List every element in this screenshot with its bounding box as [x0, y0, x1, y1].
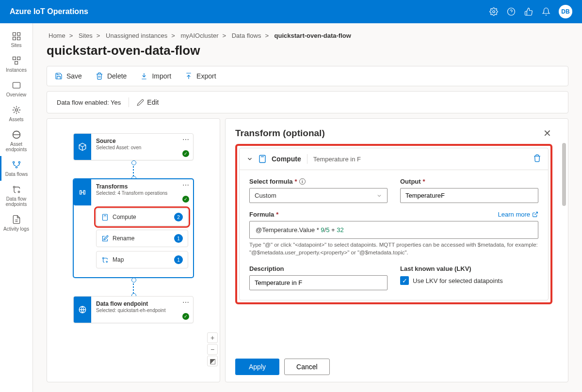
svg-rect-25 [259, 156, 265, 163]
svg-point-1 [508, 8, 515, 16]
feedback-icon[interactable] [524, 7, 534, 16]
delete-icon[interactable] [533, 154, 541, 164]
node-subtitle: Selected: quickstart-eh-endpoint [96, 308, 188, 313]
zoom-in-button[interactable]: + [207, 332, 218, 343]
svg-rect-4 [17, 57, 20, 60]
formula-select[interactable]: Custom [249, 188, 388, 203]
sidebar-item-asset-endpoints[interactable]: Asset endpoints [0, 126, 32, 156]
check-icon: ✓ [182, 196, 189, 203]
count-badge: 1 [174, 234, 183, 243]
count-badge: 2 [174, 213, 183, 221]
status-label: Data flow enabled: Yes [57, 99, 121, 106]
svg-point-11 [16, 166, 17, 168]
description-input[interactable] [249, 275, 388, 290]
svg-line-27 [534, 212, 537, 215]
node-subtitle: Selected: 4 Transform operations [96, 190, 188, 196]
scrollbar-thumb[interactable] [562, 143, 566, 206]
cancel-button[interactable]: Cancel [284, 359, 330, 375]
svg-rect-6 [13, 82, 20, 88]
sidebar-item-data-flow-endpoints[interactable]: Data flow endpoints [0, 181, 32, 211]
sidebar-item-assets[interactable]: Assets [0, 101, 32, 126]
svg-point-9 [13, 161, 15, 163]
chevron-down-icon[interactable] [246, 156, 253, 162]
apply-button[interactable]: Apply [235, 359, 279, 375]
svg-point-23 [106, 261, 108, 263]
formula-hint: Type "@" or click "<datapoint>" to selec… [249, 241, 538, 256]
export-button[interactable]: Export [185, 72, 216, 80]
fit-button[interactable]: ◩ [207, 356, 218, 366]
svg-point-0 [493, 11, 495, 13]
source-node[interactable]: Source Selected Asset: oven ⋯ ✓ [73, 133, 194, 160]
import-button[interactable]: Import [140, 72, 171, 80]
info-icon[interactable]: i [299, 178, 306, 185]
card-title: Compute [272, 155, 301, 163]
avatar[interactable]: DB [559, 5, 572, 18]
check-icon: ✓ [182, 313, 189, 320]
calculator-icon [258, 155, 267, 163]
node-title: Source [96, 138, 188, 144]
node-title: Transforms [96, 183, 188, 190]
sidebar-item-activity-logs[interactable]: Activity logs [0, 211, 32, 235]
svg-point-7 [15, 109, 17, 111]
sidebar-item-label: Assets [9, 117, 23, 122]
compute-op[interactable]: Compute2 [96, 208, 188, 226]
learn-more-link[interactable]: Learn more [498, 211, 538, 218]
sidebar-item-sites[interactable]: Sites [0, 27, 32, 52]
node-menu-icon[interactable]: ⋯ [182, 136, 189, 143]
endpoint-node[interactable]: Data flow endpoint Selected: quickstart-… [73, 296, 194, 323]
node-title: Data flow endpoint [96, 300, 188, 307]
delete-button[interactable]: Delete [96, 72, 127, 80]
lkv-checkbox-label: Use LKV for selected datapoints [413, 277, 503, 284]
rename-op[interactable]: Rename1 [96, 230, 188, 247]
output-input[interactable] [400, 188, 538, 203]
sidebar-item-label: Activity logs [3, 226, 29, 232]
sidebar-item-label: Data flows [5, 172, 28, 177]
svg-rect-18 [103, 214, 108, 220]
svg-rect-5 [15, 62, 17, 64]
breadcrumb[interactable]: Home> Sites> Unassigned instances> myAIO… [33, 23, 582, 41]
svg-point-10 [18, 161, 20, 163]
svg-point-12 [13, 186, 15, 188]
node-subtitle: Selected Asset: oven [96, 145, 188, 150]
zoom-out-button[interactable]: − [207, 344, 218, 355]
sidebar-item-label: Data flow endpoints [1, 196, 32, 207]
save-button[interactable]: Save [55, 72, 82, 80]
sidebar-item-label: Asset endpoints [1, 141, 32, 152]
svg-rect-3 [13, 57, 16, 60]
node-menu-icon[interactable]: ⋯ [182, 181, 189, 189]
svg-point-22 [103, 257, 104, 259]
sidebar-item-label: Overview [6, 92, 27, 97]
panel-title: Transform (optional) [235, 128, 325, 139]
close-icon[interactable]: ✕ [543, 127, 551, 139]
sidebar-item-overview[interactable]: Overview [0, 77, 32, 101]
formula-input[interactable]: @Temperature.Value * 9/5 + 32 [249, 221, 538, 239]
count-badge: 1 [174, 255, 183, 264]
help-icon[interactable] [506, 7, 516, 16]
check-icon: ✓ [182, 150, 189, 157]
page-title: quickstart-oven-data-flow [33, 41, 582, 66]
svg-rect-17 [83, 190, 85, 194]
card-subtitle: Temperature in F [313, 156, 361, 163]
svg-point-13 [18, 191, 19, 192]
flow-canvas: Source Selected Asset: oven ⋯ ✓ Transfor… [47, 118, 220, 382]
app-title: Azure IoT Operations [10, 7, 88, 16]
sidebar-item-label: Sites [11, 43, 21, 48]
edit-button[interactable]: Edit [137, 98, 159, 106]
lkv-checkbox[interactable]: ✓ [400, 276, 409, 285]
node-menu-icon[interactable]: ⋯ [182, 298, 189, 306]
map-op[interactable]: Map1 [96, 251, 188, 268]
sidebar-item-label: Instances [6, 67, 27, 73]
notifications-icon[interactable] [541, 7, 551, 16]
sidebar-item-instances[interactable]: Instances [0, 52, 32, 77]
settings-icon[interactable] [489, 7, 499, 16]
sidebar-item-data-flows[interactable]: Data flows [0, 156, 32, 181]
svg-rect-16 [80, 190, 81, 194]
transforms-node[interactable]: Transforms Selected: 4 Transform operati… [73, 179, 194, 278]
